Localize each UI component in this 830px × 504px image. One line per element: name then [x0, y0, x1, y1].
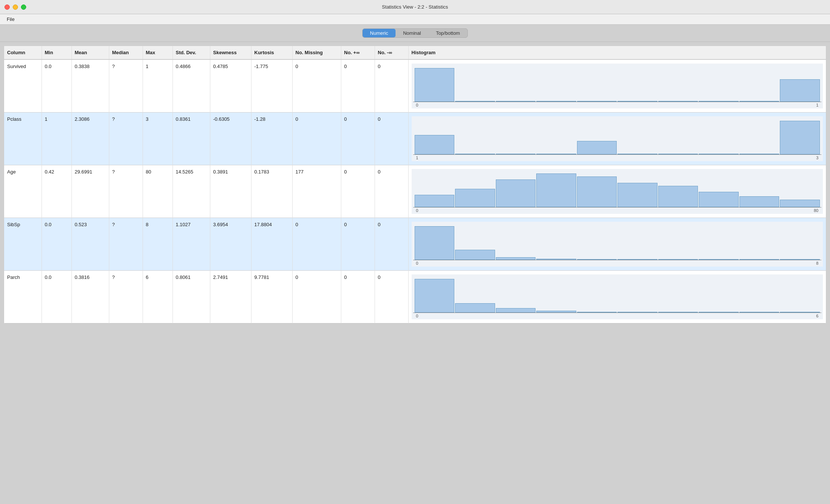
cell-skewness: 2.7491	[210, 271, 251, 323]
cell-min: 0.0	[42, 59, 71, 113]
histogram-bar	[739, 196, 779, 207]
histogram-bar	[455, 303, 495, 313]
table-row: Parch0.00.3816?60.80612.74919.778100006	[4, 271, 826, 323]
stats-table: Column Min Mean Median Max Std. Dev. Ske…	[4, 46, 826, 323]
cell-min: 1	[42, 113, 71, 165]
cell-neginf: 0	[375, 113, 408, 165]
tab-numeric[interactable]: Numeric	[363, 29, 396, 37]
header-skewness: Skewness	[210, 46, 251, 59]
cell-stddev: 0.4866	[173, 59, 210, 113]
hist-max-label: 80	[814, 208, 818, 213]
menubar: File	[0, 14, 830, 25]
header-column: Column	[4, 46, 42, 59]
hist-min-label: 0	[416, 208, 418, 213]
histogram-bar	[780, 79, 820, 102]
histogram-bar	[415, 279, 455, 313]
histogram-bar	[415, 68, 455, 102]
cell-skewness: 0.4785	[210, 59, 251, 113]
table-row: Age0.4229.6991?8014.52650.38910.17831770…	[4, 165, 826, 218]
hist-max-label: 1	[816, 103, 818, 108]
histogram-bar	[699, 101, 739, 102]
hist-max-label: 6	[816, 314, 818, 319]
histogram-bar	[536, 311, 576, 313]
cell-median: ?	[109, 113, 143, 165]
hist-min-label: 0	[416, 314, 418, 319]
table-row: Survived0.00.3838?10.48660.4785-1.775000…	[4, 59, 826, 113]
histogram-bar	[739, 154, 779, 154]
header-max: Max	[143, 46, 173, 59]
cell-mean: 29.6991	[71, 165, 109, 218]
menu-file[interactable]: File	[4, 16, 18, 23]
histogram-bar	[577, 141, 617, 154]
histogram-bar	[658, 259, 698, 260]
cell-median: ?	[109, 165, 143, 218]
cell-skewness: 0.3891	[210, 165, 251, 218]
table-header-row: Column Min Mean Median Max Std. Dev. Ske…	[4, 46, 826, 59]
cell-posinf: 0	[341, 165, 375, 218]
histogram-bar	[415, 226, 455, 260]
histogram-bar	[536, 154, 576, 154]
cell-histogram: 080	[408, 165, 826, 218]
histogram-bar	[699, 154, 739, 154]
toolbar: Numeric Nominal Top/bottom	[0, 25, 830, 42]
table-row: SibSp0.00.523?81.10273.695417.880400008	[4, 218, 826, 271]
histogram-bar	[739, 312, 779, 313]
cell-column: Age	[4, 165, 42, 218]
histogram-bar	[455, 250, 495, 260]
cell-kurtosis: -1.28	[251, 113, 292, 165]
cell-stddev: 14.5265	[173, 165, 210, 218]
hist-min-label: 0	[416, 261, 418, 266]
cell-column: Pclass	[4, 113, 42, 165]
histogram-bar	[415, 195, 455, 207]
cell-mean: 0.3816	[71, 271, 109, 323]
cell-skewness: 3.6954	[210, 218, 251, 271]
histogram-bar	[496, 257, 536, 260]
histogram-bar	[739, 259, 779, 260]
histogram-bar	[455, 101, 495, 102]
cell-missing: 0	[292, 218, 341, 271]
tab-topbottom[interactable]: Top/bottom	[428, 29, 467, 37]
histogram-bar	[577, 101, 617, 102]
histogram-bar	[536, 173, 576, 207]
histogram-bar	[617, 259, 657, 260]
cell-neginf: 0	[375, 165, 408, 218]
histogram-bar	[739, 101, 779, 102]
cell-mean: 0.3838	[71, 59, 109, 113]
cell-posinf: 0	[341, 218, 375, 271]
header-min: Min	[42, 46, 71, 59]
histogram-bar	[658, 312, 698, 313]
maximize-button[interactable]	[21, 4, 26, 10]
cell-min: 0.0	[42, 218, 71, 271]
histogram-bar	[658, 154, 698, 154]
header-median: Median	[109, 46, 143, 59]
cell-posinf: 0	[341, 271, 375, 323]
cell-missing: 0	[292, 113, 341, 165]
histogram-bar	[455, 154, 495, 154]
header-stddev: Std. Dev.	[173, 46, 210, 59]
cell-histogram: 01	[408, 59, 826, 113]
header-missing: No. Missing	[292, 46, 341, 59]
histogram-bar	[577, 259, 617, 260]
tab-nominal[interactable]: Nominal	[396, 29, 428, 37]
cell-min: 0.0	[42, 271, 71, 323]
cell-median: ?	[109, 59, 143, 113]
cell-column: SibSp	[4, 218, 42, 271]
table-row: Pclass12.3086?30.8361-0.6305-1.2800013	[4, 113, 826, 165]
window-title: Statistics View - 2:2 - Statistics	[382, 4, 448, 10]
histogram-bar	[699, 192, 739, 207]
minimize-button[interactable]	[13, 4, 18, 10]
cell-max: 80	[143, 165, 173, 218]
cell-neginf: 0	[375, 218, 408, 271]
histogram-bar	[658, 101, 698, 102]
histogram-bar	[455, 189, 495, 207]
header-neginf: No. -∞	[375, 46, 408, 59]
cell-max: 6	[143, 271, 173, 323]
cell-stddev: 0.8061	[173, 271, 210, 323]
hist-min-label: 1	[416, 156, 418, 160]
cell-stddev: 0.8361	[173, 113, 210, 165]
header-mean: Mean	[71, 46, 109, 59]
close-button[interactable]	[4, 4, 10, 10]
histogram-bar	[617, 101, 657, 102]
histogram-bar	[496, 179, 536, 207]
histogram-bar	[496, 101, 536, 102]
